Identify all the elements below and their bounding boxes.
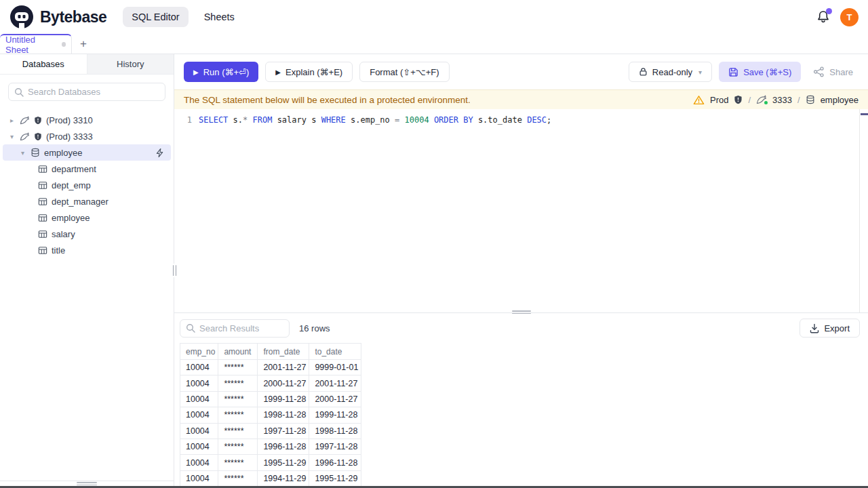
tree-item-instance-(Prod) 3333[interactable]: ▾(Prod) 3333 [3,128,171,144]
save-label: Save (⌘+S) [743,67,791,77]
table-row: 10004******1994-11-291995-11-29 [180,470,361,486]
column-header-amount: amount [218,344,258,360]
table-cell: 10004 [180,360,218,375]
brand-name: Bytebase [40,8,106,26]
sql-token: s. [228,115,243,125]
shield-icon [34,116,42,125]
results-resize-handle[interactable] [512,310,531,314]
database-search[interactable] [8,83,165,101]
sql-code-line: 1 SELECT s.* FROM salary s WHERE s.emp_n… [174,114,868,127]
sql-token: s.emp_no [346,115,395,125]
share-button[interactable]: Share [808,62,859,82]
chevron-down-icon[interactable]: ▾ [8,133,16,140]
table-cell: 10004 [180,391,218,407]
sql-token [248,115,252,125]
table-row: 10004******1997-11-281998-11-28 [180,423,361,439]
table-row: 10004******1999-11-282000-11-27 [180,391,361,407]
tree-item-table-department[interactable]: department [3,161,171,177]
nav-sql-editor[interactable]: SQL Editor [123,7,188,27]
table-cell: 1996-11-28 [258,439,309,454]
sql-token: FROM [253,115,273,125]
separator: / [748,95,751,105]
table-cell: 1995-11-29 [258,455,309,470]
sidebar-resize-handle[interactable] [172,264,178,277]
table-cell: ****** [218,455,258,470]
tree-item-instance-(Prod) 3310[interactable]: ▸(Prod) 3310 [3,112,171,128]
chevron-right-icon[interactable]: ▸ [8,117,16,124]
table-cell: ****** [218,391,258,407]
table-cell: 10004 [180,375,218,391]
editor-toolbar: ▶ Run (⌘+⏎) ▶ Explain (⌘+E) Format (⇧+⌥+… [174,54,868,89]
table-row: 10004******1998-11-281999-11-28 [180,407,361,423]
format-button[interactable]: Format (⇧+⌥+F) [359,62,449,82]
line-number: 1 [174,114,199,127]
table-cell: ****** [218,470,258,486]
search-databases-input[interactable] [28,87,159,97]
table-cell: 10004 [180,407,218,423]
bytebase-logo-icon [9,5,34,29]
column-header-emp_no: emp_no [180,344,218,360]
tree-item-label: employee [44,148,82,158]
results-header: 16 rows Export [174,313,868,343]
separator: / [797,95,800,105]
results-table: emp_noamountfrom_dateto_date 10004******… [180,343,361,486]
instance-label: 3333 [772,95,792,105]
banner-message: The SQL statement below will be executed… [184,95,471,105]
run-label: Run (⌘+⏎) [203,67,250,77]
table-row: 10004******2000-11-272001-11-27 [180,375,361,391]
nav-sheets[interactable]: Sheets [195,7,243,27]
table-cell: 10004 [180,423,218,439]
run-button[interactable]: ▶ Run (⌘+⏎) [184,62,258,82]
results-search[interactable] [180,319,290,338]
table-cell: 1995-11-29 [309,470,361,486]
table-cell: ****** [218,375,258,391]
status-dot [764,101,768,104]
sql-token: 10004 [405,115,429,125]
tree-item-table-employee[interactable]: employee [3,209,171,226]
table-cell: 1998-11-28 [258,407,309,423]
overview-ruler [859,109,860,312]
table-icon [38,230,47,239]
table-cell: 2000-11-27 [309,391,361,407]
database-icon [31,148,40,157]
shield-icon [34,132,42,141]
notifications-button[interactable] [816,9,831,24]
tree-item-database-employee[interactable]: ▾employee [3,144,171,161]
chevron-down-icon[interactable]: ▾ [19,149,26,157]
save-button[interactable]: Save (⌘+S) [719,62,801,82]
sheet-tab-strip: Untitled Sheet + [0,34,868,54]
sql-token: ORDER BY [434,115,473,125]
tree-item-label: salary [52,229,75,239]
lightning-icon[interactable] [155,148,164,158]
tree-item-label: title [52,245,65,256]
tab-history[interactable]: History [87,54,174,74]
table-cell: 1997-11-28 [258,423,309,439]
readonly-mode-dropdown[interactable]: Read-only ▾ [629,62,712,82]
sidebar: Databases History ▸(Prod) 3310▾(Prod) 33… [0,54,174,486]
connection-breadcrumb: Prod / 3333 / [693,95,859,105]
table-row: 10004******1996-11-281997-11-28 [180,439,361,454]
tree-item-table-dept_emp[interactable]: dept_emp [3,177,171,193]
avatar[interactable]: T [840,8,859,26]
table-cell: 1998-11-28 [309,423,361,439]
add-sheet-button[interactable]: + [72,34,95,54]
tree-item-table-dept_manager[interactable]: dept_manager [3,193,171,209]
tree-item-table-salary[interactable]: salary [3,226,171,242]
search-results-input[interactable] [199,323,283,333]
database-label: employee [821,95,859,105]
table-row: 10004******1995-11-291996-11-28 [180,455,361,470]
table-row: 10004******2001-11-279999-01-01 [180,360,361,375]
explain-button[interactable]: ▶ Explain (⌘+E) [265,62,353,82]
table-cell: 9999-01-01 [309,360,361,375]
export-button[interactable]: Export [800,319,860,338]
tab-databases[interactable]: Databases [0,54,87,74]
database-tree: ▸(Prod) 3310▾(Prod) 3333▾employeedepartm… [0,109,174,481]
sql-editor[interactable]: 1 SELECT s.* FROM salary s WHERE s.emp_n… [174,109,868,312]
mysql-icon [20,116,30,125]
sql-token: DESC [527,115,547,125]
search-icon [14,87,24,97]
tree-item-label: (Prod) 3333 [46,131,93,142]
tree-item-table-title[interactable]: title [3,242,171,258]
share-label: Share [829,67,853,77]
tab-untitled-sheet[interactable]: Untitled Sheet [0,34,72,54]
